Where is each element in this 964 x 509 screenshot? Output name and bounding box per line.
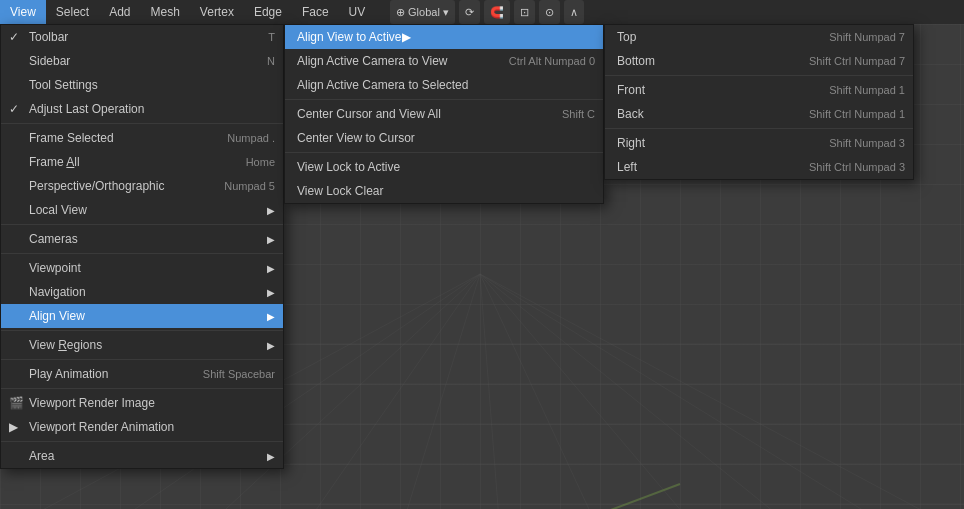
menu-viewport-render-image[interactable]: 🎬 Viewport Render Image	[1, 391, 283, 415]
view-back[interactable]: Back Shift Ctrl Numpad 1	[605, 102, 913, 126]
menu-play-animation[interactable]: Play Animation Shift Spacebar	[1, 362, 283, 386]
menu-select[interactable]: Select	[46, 0, 99, 24]
transform-global-selector[interactable]: ⊕ Global ▾	[390, 0, 455, 24]
menu-perspective-ortho[interactable]: Perspective/Orthographic Numpad 5	[1, 174, 283, 198]
svg-line-6	[480, 274, 600, 509]
svg-line-16	[600, 484, 680, 509]
view-front[interactable]: Front Shift Numpad 1	[605, 78, 913, 102]
svg-line-5	[480, 274, 500, 509]
separator-1	[1, 123, 283, 124]
align-active-camera-to-view[interactable]: Align Active Camera to View Ctrl Alt Num…	[285, 49, 603, 73]
view-regions-arrow: ▶	[267, 340, 275, 351]
toolbar-right: ⊕ Global ▾ ⟳ 🧲 ⊡ ⊙ ∧	[390, 0, 584, 24]
separator-6	[1, 388, 283, 389]
align-sep-1	[285, 99, 603, 100]
menu-area[interactable]: Area ▶	[1, 444, 283, 468]
view-sep-1	[605, 75, 913, 76]
view-top[interactable]: Top Shift Numpad 7	[605, 25, 913, 49]
menu-sidebar[interactable]: Sidebar N	[1, 49, 283, 73]
svg-line-9	[480, 274, 900, 509]
xray-toggle[interactable]: ∧	[564, 0, 584, 24]
view-lock-to-active[interactable]: View Lock to Active	[285, 155, 603, 179]
menu-navigation[interactable]: Navigation ▶	[1, 280, 283, 304]
align-view-arrow: ▶	[267, 311, 275, 322]
menu-tool-settings[interactable]: Tool Settings	[1, 73, 283, 97]
transform-pivot[interactable]: ⟳	[459, 0, 480, 24]
align-view-to-active[interactable]: Align View to Active ▶	[285, 25, 603, 49]
align-sep-2	[285, 152, 603, 153]
svg-line-4	[400, 274, 480, 509]
menu-align-view[interactable]: Align View ▶	[1, 304, 283, 328]
adjust-last-check: ✓	[9, 102, 19, 116]
view-right[interactable]: Right Shift Numpad 3	[605, 131, 913, 155]
align-to-active-arrow: ▶	[402, 30, 411, 44]
menu-view-regions[interactable]: View Regions ▶	[1, 333, 283, 357]
menu-frame-selected[interactable]: Frame Selected Numpad .	[1, 126, 283, 150]
menu-view[interactable]: View	[0, 0, 46, 24]
view-lock-clear[interactable]: View Lock Clear	[285, 179, 603, 203]
menu-frame-all[interactable]: Frame All Home	[1, 150, 283, 174]
render-image-icon: 🎬	[9, 396, 24, 410]
align-to-active-sub-dropdown: Top Shift Numpad 7 Bottom Shift Ctrl Num…	[604, 24, 914, 180]
area-arrow: ▶	[267, 451, 275, 462]
menu-face[interactable]: Face	[292, 0, 339, 24]
svg-line-8	[480, 274, 800, 509]
cameras-arrow: ▶	[267, 234, 275, 245]
menu-uv[interactable]: UV	[339, 0, 376, 24]
menu-mesh[interactable]: Mesh	[141, 0, 190, 24]
menu-viewport-render-animation[interactable]: ▶ Viewport Render Animation	[1, 415, 283, 439]
svg-line-7	[480, 274, 700, 509]
view-left[interactable]: Left Shift Ctrl Numpad 3	[605, 155, 913, 179]
menu-edge[interactable]: Edge	[244, 0, 292, 24]
menubar: View Select Add Mesh Vertex Edge Face UV…	[0, 0, 964, 24]
align-view-dropdown: Align View to Active ▶ Align Active Came…	[284, 24, 604, 204]
view-bottom[interactable]: Bottom Shift Ctrl Numpad 7	[605, 49, 913, 73]
menu-adjust-last[interactable]: ✓ Adjust Last Operation	[1, 97, 283, 121]
svg-line-10	[480, 274, 964, 509]
overlay-toggle[interactable]: ⊙	[539, 0, 560, 24]
proportional-edit[interactable]: ⊡	[514, 0, 535, 24]
separator-4	[1, 330, 283, 331]
toolbar-check: ✓	[9, 30, 19, 44]
menu-toolbar[interactable]: ✓ Toolbar T	[1, 25, 283, 49]
separator-2	[1, 224, 283, 225]
view-dropdown: ✓ Toolbar T Sidebar N Tool Settings ✓ Ad…	[0, 24, 284, 469]
svg-line-3	[300, 274, 480, 509]
center-view-to-cursor[interactable]: Center View to Cursor	[285, 126, 603, 150]
render-anim-icon: ▶	[9, 420, 18, 434]
navigation-arrow: ▶	[267, 287, 275, 298]
separator-3	[1, 253, 283, 254]
center-cursor-view-all[interactable]: Center Cursor and View All Shift C	[285, 102, 603, 126]
align-active-camera-to-selected[interactable]: Align Active Camera to Selected	[285, 73, 603, 97]
view-sep-2	[605, 128, 913, 129]
snap-toggle[interactable]: 🧲	[484, 0, 510, 24]
menu-add[interactable]: Add	[99, 0, 140, 24]
separator-7	[1, 441, 283, 442]
local-view-arrow: ▶	[267, 205, 275, 216]
menu-vertex[interactable]: Vertex	[190, 0, 244, 24]
menu-viewpoint[interactable]: Viewpoint ▶	[1, 256, 283, 280]
menu-local-view[interactable]: Local View ▶	[1, 198, 283, 222]
separator-5	[1, 359, 283, 360]
menu-cameras[interactable]: Cameras ▶	[1, 227, 283, 251]
viewpoint-arrow: ▶	[267, 263, 275, 274]
